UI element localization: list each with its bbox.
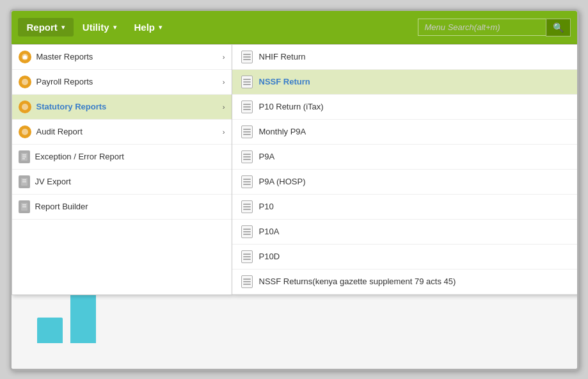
nav-utility-label: Utility: [83, 22, 109, 33]
sub-menu-p10a[interactable]: P10A: [232, 220, 579, 245]
nssf-return-label: NSSF Return: [259, 77, 310, 86]
secondary-menu: NHIF Return NSSF Return P10 Return (iTax…: [232, 44, 579, 295]
svg-point-2: [22, 104, 28, 110]
statutory-reports-label: Statutory Reports: [36, 102, 218, 111]
sub-menu-p10[interactable]: P10: [232, 195, 579, 220]
audit-report-label: Audit Report: [36, 127, 218, 136]
exception-error-label: Exception / Error Report: [35, 152, 225, 161]
main-area: Master Reports › Payroll Reports ›: [12, 44, 577, 369]
nav-help[interactable]: Help ▾: [125, 18, 171, 36]
nav-report-label: Report: [27, 22, 58, 33]
master-reports-arrow: ›: [223, 53, 225, 61]
payroll-reports-label: Payroll Reports: [36, 77, 218, 86]
search-input[interactable]: [418, 19, 546, 36]
statutory-reports-arrow: ›: [223, 103, 225, 111]
jv-export-icon: [19, 175, 30, 188]
sub-menu-p10-return-itax[interactable]: P10 Return (iTax): [232, 95, 579, 120]
p10a-icon: [241, 225, 253, 238]
audit-report-arrow: ›: [223, 128, 225, 136]
p10-return-itax-label: P10 Return (iTax): [259, 102, 324, 111]
menu-item-report-builder[interactable]: Report Builder: [12, 195, 232, 220]
nhif-return-label: NHIF Return: [259, 52, 306, 61]
nssf-returns-kenya-icon: [241, 275, 253, 288]
sub-menu-monthly-p9a[interactable]: Monthly P9A: [232, 120, 579, 145]
menu-item-payroll-reports[interactable]: Payroll Reports ›: [12, 70, 232, 95]
svg-point-1: [22, 79, 28, 85]
menu-item-statutory-reports[interactable]: Statutory Reports ›: [12, 95, 232, 120]
app-window: Report ▾ Utility ▾ Help ▾ 🔍: [10, 9, 579, 371]
sub-menu-p9a-hosp[interactable]: P9A (HOSP): [232, 170, 579, 195]
p10-label: P10: [259, 202, 274, 211]
menu-item-exception-error[interactable]: Exception / Error Report: [12, 145, 232, 170]
sub-menu-nhif-return[interactable]: NHIF Return: [232, 45, 579, 70]
menu-item-audit-report[interactable]: Audit Report ›: [12, 120, 232, 145]
p10-icon: [241, 200, 253, 213]
svg-point-3: [22, 129, 28, 135]
monthly-p9a-label: Monthly P9A: [259, 127, 306, 136]
nav-help-label: Help: [134, 22, 155, 33]
master-reports-label: Master Reports: [36, 52, 218, 61]
dropdown-container: Master Reports › Payroll Reports ›: [12, 44, 579, 295]
p9a-hosp-icon: [241, 175, 253, 188]
nssf-returns-kenya-label: NSSF Returns(kenya gazette supplement 79…: [259, 277, 456, 286]
p9a-label: P9A: [259, 152, 275, 161]
search-button[interactable]: 🔍: [546, 19, 571, 36]
report-builder-icon: [19, 200, 30, 213]
p9a-icon: [241, 150, 253, 163]
payroll-reports-icon: [19, 76, 31, 88]
sub-menu-p10d[interactable]: P10D: [232, 245, 579, 270]
nav-utility[interactable]: Utility ▾: [74, 18, 125, 36]
p10-return-itax-icon: [241, 101, 253, 113]
nav-utility-arrow: ▾: [113, 24, 116, 31]
jv-export-label: JV Export: [35, 177, 225, 186]
sub-menu-nssf-returns-kenya[interactable]: NSSF Returns(kenya gazette supplement 79…: [232, 270, 579, 294]
payroll-reports-arrow: ›: [223, 78, 225, 86]
p10d-icon: [241, 250, 253, 263]
audit-report-icon: [19, 125, 31, 138]
nhif-return-icon: [241, 51, 253, 63]
search-area: 🔍: [418, 19, 571, 36]
statutory-reports-icon: [19, 101, 31, 113]
exception-error-icon: [19, 150, 30, 163]
nav-bar: Report ▾ Utility ▾ Help ▾ 🔍: [12, 11, 577, 44]
menu-item-master-reports[interactable]: Master Reports ›: [12, 45, 232, 70]
nav-report-arrow: ▾: [61, 24, 65, 31]
chart-bar-1: [37, 318, 63, 343]
nav-help-arrow: ▾: [159, 24, 162, 31]
p10a-label: P10A: [259, 227, 280, 236]
nssf-return-icon: [241, 76, 253, 88]
nav-report[interactable]: Report ▾: [18, 18, 74, 36]
menu-item-jv-export[interactable]: JV Export: [12, 170, 232, 195]
report-builder-label: Report Builder: [35, 202, 225, 211]
p9a-hosp-label: P9A (HOSP): [259, 177, 306, 186]
sub-menu-p9a[interactable]: P9A: [232, 145, 579, 170]
sub-menu-nssf-return[interactable]: NSSF Return: [232, 70, 579, 95]
primary-menu: Master Reports › Payroll Reports ›: [12, 44, 232, 295]
monthly-p9a-icon: [241, 125, 253, 138]
p10d-label: P10D: [259, 252, 280, 261]
master-reports-icon: [19, 51, 31, 63]
